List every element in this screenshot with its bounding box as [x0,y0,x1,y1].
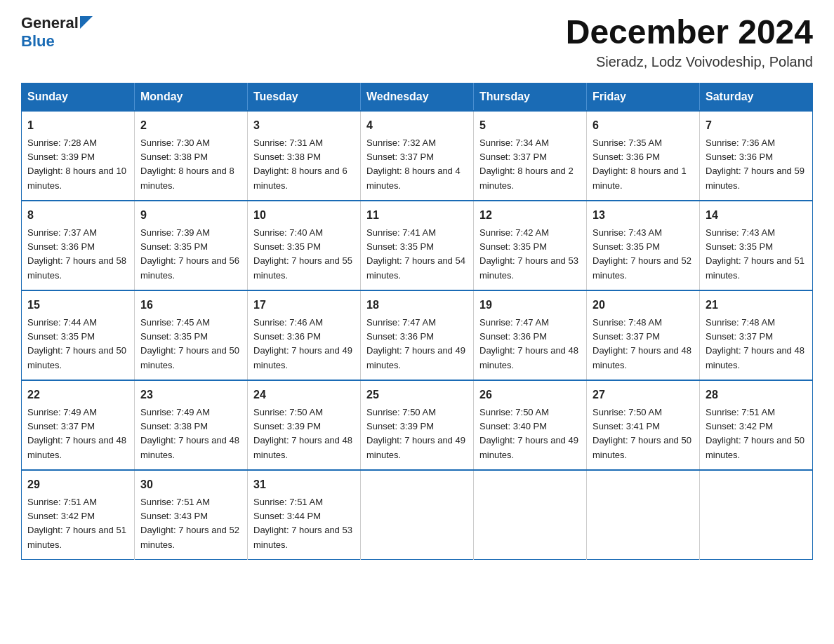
day-info: Sunrise: 7:51 AMSunset: 3:44 PMDaylight:… [253,497,352,550]
calendar-cell: 17 Sunrise: 7:46 AMSunset: 3:36 PMDaylig… [248,290,361,380]
weekday-header-wednesday: Wednesday [361,83,474,111]
day-info: Sunrise: 7:34 AMSunset: 3:37 PMDaylight:… [479,137,574,191]
calendar-cell: 23 Sunrise: 7:49 AMSunset: 3:38 PMDaylig… [135,380,248,470]
weekday-header-row: SundayMondayTuesdayWednesdayThursdayFrid… [22,83,813,111]
svg-marker-0 [80,16,93,29]
day-info: Sunrise: 7:32 AMSunset: 3:37 PMDaylight:… [366,137,461,191]
day-info: Sunrise: 7:50 AMSunset: 3:41 PMDaylight:… [593,407,691,460]
day-number: 18 [366,297,468,314]
day-number: 28 [706,387,807,403]
day-info: Sunrise: 7:39 AMSunset: 3:35 PMDaylight:… [140,227,239,281]
calendar-cell: 24 Sunrise: 7:50 AMSunset: 3:39 PMDaylig… [248,380,361,470]
day-info: Sunrise: 7:28 AMSunset: 3:39 PMDaylight:… [27,137,126,191]
week-row-4: 22 Sunrise: 7:49 AMSunset: 3:37 PMDaylig… [22,380,813,470]
calendar-cell: 25 Sunrise: 7:50 AMSunset: 3:39 PMDaylig… [361,380,474,470]
weekday-header-friday: Friday [587,83,700,111]
calendar-cell: 6 Sunrise: 7:35 AMSunset: 3:36 PMDayligh… [587,111,700,201]
day-info: Sunrise: 7:43 AMSunset: 3:35 PMDaylight:… [593,227,691,281]
calendar-cell: 21 Sunrise: 7:48 AMSunset: 3:37 PMDaylig… [700,290,813,380]
day-info: Sunrise: 7:44 AMSunset: 3:35 PMDaylight:… [27,317,126,370]
calendar-title: December 2024 [566,14,813,51]
day-number: 29 [27,476,128,493]
calendar-subtitle: Sieradz, Lodz Voivodeship, Poland [566,54,813,70]
day-number: 7 [706,117,807,134]
calendar-cell: 11 Sunrise: 7:41 AMSunset: 3:35 PMDaylig… [361,201,474,290]
day-number: 14 [706,207,807,224]
calendar-cell: 13 Sunrise: 7:43 AMSunset: 3:35 PMDaylig… [587,201,700,290]
logo: General Blue [21,14,93,51]
day-number: 1 [27,117,128,134]
calendar-cell: 29 Sunrise: 7:51 AMSunset: 3:42 PMDaylig… [22,470,135,560]
day-number: 11 [366,207,468,224]
calendar-cell: 10 Sunrise: 7:40 AMSunset: 3:35 PMDaylig… [248,201,361,290]
day-info: Sunrise: 7:40 AMSunset: 3:35 PMDaylight:… [253,227,352,281]
calendar-cell: 26 Sunrise: 7:50 AMSunset: 3:40 PMDaylig… [474,380,587,470]
day-number: 6 [593,117,694,134]
day-number: 15 [27,297,128,314]
calendar-cell: 4 Sunrise: 7:32 AMSunset: 3:37 PMDayligh… [361,111,474,201]
weekday-header-saturday: Saturday [700,83,813,111]
calendar-cell: 27 Sunrise: 7:50 AMSunset: 3:41 PMDaylig… [587,380,700,470]
day-info: Sunrise: 7:46 AMSunset: 3:36 PMDaylight:… [253,317,352,370]
day-info: Sunrise: 7:51 AMSunset: 3:43 PMDaylight:… [140,497,239,550]
weekday-header-tuesday: Tuesday [248,83,361,111]
logo-blue-text: Blue [21,32,55,51]
page-header: General Blue December 2024 Sieradz, Lodz… [21,14,813,70]
week-row-3: 15 Sunrise: 7:44 AMSunset: 3:35 PMDaylig… [22,290,813,380]
day-number: 31 [253,476,355,493]
day-info: Sunrise: 7:30 AMSunset: 3:38 PMDaylight:… [140,137,234,191]
day-number: 24 [253,387,355,403]
calendar-cell [361,470,474,560]
calendar-cell: 18 Sunrise: 7:47 AMSunset: 3:36 PMDaylig… [361,290,474,380]
calendar-cell: 20 Sunrise: 7:48 AMSunset: 3:37 PMDaylig… [587,290,700,380]
calendar-cell: 7 Sunrise: 7:36 AMSunset: 3:36 PMDayligh… [700,111,813,201]
weekday-header-thursday: Thursday [474,83,587,111]
day-info: Sunrise: 7:31 AMSunset: 3:38 PMDaylight:… [253,137,348,191]
day-number: 8 [27,207,128,224]
title-block: December 2024 Sieradz, Lodz Voivodeship,… [566,14,813,70]
day-number: 4 [366,117,468,134]
day-info: Sunrise: 7:35 AMSunset: 3:36 PMDaylight:… [593,137,687,191]
calendar-cell: 30 Sunrise: 7:51 AMSunset: 3:43 PMDaylig… [135,470,248,560]
day-info: Sunrise: 7:50 AMSunset: 3:40 PMDaylight:… [479,407,578,460]
calendar-cell: 1 Sunrise: 7:28 AMSunset: 3:39 PMDayligh… [22,111,135,201]
day-number: 17 [253,297,355,314]
calendar-cell: 2 Sunrise: 7:30 AMSunset: 3:38 PMDayligh… [135,111,248,201]
logo-general-text: General [21,14,79,32]
day-number: 26 [479,387,581,403]
day-number: 3 [253,117,355,134]
day-number: 13 [593,207,694,224]
calendar-cell: 5 Sunrise: 7:34 AMSunset: 3:37 PMDayligh… [474,111,587,201]
day-info: Sunrise: 7:47 AMSunset: 3:36 PMDaylight:… [366,317,465,370]
day-info: Sunrise: 7:41 AMSunset: 3:35 PMDaylight:… [366,227,465,281]
day-number: 5 [479,117,581,134]
calendar-cell [474,470,587,560]
day-info: Sunrise: 7:50 AMSunset: 3:39 PMDaylight:… [366,407,465,460]
calendar-cell: 9 Sunrise: 7:39 AMSunset: 3:35 PMDayligh… [135,201,248,290]
calendar-cell [587,470,700,560]
week-row-1: 1 Sunrise: 7:28 AMSunset: 3:39 PMDayligh… [22,111,813,201]
day-info: Sunrise: 7:49 AMSunset: 3:38 PMDaylight:… [140,407,239,460]
day-number: 21 [706,297,807,314]
day-info: Sunrise: 7:37 AMSunset: 3:36 PMDaylight:… [27,227,126,281]
calendar-cell: 19 Sunrise: 7:47 AMSunset: 3:36 PMDaylig… [474,290,587,380]
weekday-header-monday: Monday [135,83,248,111]
calendar-cell: 16 Sunrise: 7:45 AMSunset: 3:35 PMDaylig… [135,290,248,380]
day-number: 19 [479,297,581,314]
day-info: Sunrise: 7:36 AMSunset: 3:36 PMDaylight:… [706,137,805,191]
day-info: Sunrise: 7:48 AMSunset: 3:37 PMDaylight:… [706,317,805,370]
calendar-cell: 28 Sunrise: 7:51 AMSunset: 3:42 PMDaylig… [700,380,813,470]
day-info: Sunrise: 7:45 AMSunset: 3:35 PMDaylight:… [140,317,239,370]
day-number: 30 [140,476,241,493]
calendar-cell: 22 Sunrise: 7:49 AMSunset: 3:37 PMDaylig… [22,380,135,470]
day-number: 20 [593,297,694,314]
week-row-5: 29 Sunrise: 7:51 AMSunset: 3:42 PMDaylig… [22,470,813,560]
calendar-cell: 3 Sunrise: 7:31 AMSunset: 3:38 PMDayligh… [248,111,361,201]
day-info: Sunrise: 7:48 AMSunset: 3:37 PMDaylight:… [593,317,691,370]
calendar-cell: 15 Sunrise: 7:44 AMSunset: 3:35 PMDaylig… [22,290,135,380]
day-number: 23 [140,387,241,403]
day-number: 9 [140,207,241,224]
week-row-2: 8 Sunrise: 7:37 AMSunset: 3:36 PMDayligh… [22,201,813,290]
calendar-cell: 8 Sunrise: 7:37 AMSunset: 3:36 PMDayligh… [22,201,135,290]
day-info: Sunrise: 7:43 AMSunset: 3:35 PMDaylight:… [706,227,805,281]
